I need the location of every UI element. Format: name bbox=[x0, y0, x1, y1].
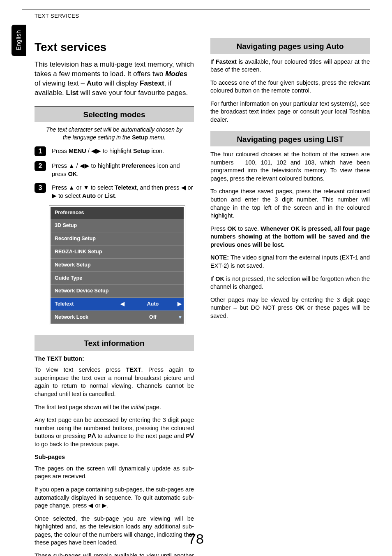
section-nav-auto: Navigating pages using Auto bbox=[210, 38, 370, 54]
t: or bbox=[93, 502, 102, 509]
t: / bbox=[86, 148, 91, 154]
right-icon: ▶ bbox=[52, 192, 57, 199]
section-nav-list: Navigating pages using LIST bbox=[210, 131, 370, 147]
initial-word: initial bbox=[131, 404, 145, 410]
preferences-menu-screenshot: Preferences 3D Setup Recording Setup REG… bbox=[49, 206, 185, 325]
ok-key: OK bbox=[215, 276, 224, 282]
menu-row-label: 3D Setup bbox=[55, 222, 180, 229]
nav-list-p4: NOTE: The video signal from the external… bbox=[210, 254, 370, 270]
t: If you open a page containing sub-pages,… bbox=[35, 486, 194, 509]
section-selecting-modes: Selecting modes bbox=[35, 106, 194, 122]
menu-row-label: Teletext bbox=[55, 301, 126, 308]
t: / bbox=[74, 162, 79, 169]
text-key: TEXT bbox=[126, 366, 141, 373]
ok-key: OK bbox=[295, 304, 304, 311]
ok-key: OK bbox=[227, 225, 236, 232]
selecting-modes-note: The text character set will be automatic… bbox=[44, 126, 184, 141]
menu-row: Recording Setup bbox=[51, 232, 184, 245]
t: The first text page shown will be the bbox=[35, 404, 131, 410]
header-rule bbox=[22, 9, 370, 9]
menu-row: Guide Type bbox=[51, 271, 184, 285]
section-text-information: Text information bbox=[35, 335, 194, 351]
step-3: 3 Press ▲ or ▼ to select Teletext, and t… bbox=[49, 184, 194, 200]
menu-row: 3D Setup bbox=[51, 219, 184, 232]
t: If bbox=[210, 276, 215, 282]
menu-row-label: REGZA-LINK Setup bbox=[55, 248, 180, 255]
right-column: Navigating pages using Auto If Fastext i… bbox=[210, 38, 370, 556]
page-number: 78 bbox=[0, 530, 392, 549]
menu-row: Network Device Setup bbox=[51, 284, 184, 297]
list-label: List bbox=[104, 192, 115, 199]
note-text: menu. bbox=[148, 134, 166, 141]
nav-list-p2: To change these saved pages, press the r… bbox=[210, 188, 370, 220]
menu-key: MENU bbox=[69, 148, 86, 154]
p-key: P bbox=[186, 433, 190, 439]
t: To view text services press bbox=[35, 366, 126, 373]
left-icon: ◀ bbox=[91, 148, 96, 154]
t: to advance to the next page and bbox=[96, 433, 186, 439]
language-tab: English bbox=[12, 25, 26, 56]
page-down-icon: ᐯ bbox=[190, 433, 194, 439]
up-icon: ▲ bbox=[69, 162, 74, 169]
step-3-text: Press ▲ or ▼ to select Teletext, and the… bbox=[52, 184, 194, 200]
t: . bbox=[77, 171, 78, 177]
subpages-p4: These sub-pages will remain available to… bbox=[35, 552, 194, 556]
intro-text: will save your four favourite pages. bbox=[78, 89, 188, 97]
menu-row-label: Guide Type bbox=[55, 275, 180, 282]
t: The video signal from the external input… bbox=[210, 254, 370, 269]
left-column: Text services This television has a mult… bbox=[35, 38, 194, 556]
menu-value-text: Auto bbox=[147, 301, 159, 307]
t: or bbox=[74, 184, 83, 191]
nav-auto-p3: For further information on your particul… bbox=[210, 100, 370, 124]
t: page. bbox=[145, 404, 161, 410]
t: Press bbox=[52, 162, 69, 169]
intro-modes: Modes bbox=[165, 70, 187, 78]
t: to select bbox=[57, 192, 82, 199]
fastext-word: Fastext bbox=[216, 58, 237, 65]
auto-label: Auto bbox=[82, 192, 96, 199]
p-key: P bbox=[88, 433, 92, 439]
text-button-heading: The TEXT button: bbox=[35, 355, 194, 363]
step-2: 2 Press ▲ / ◀▶ to highlight Preferences … bbox=[49, 162, 194, 178]
nav-list-p5: If OK is not pressed, the selection will… bbox=[210, 275, 370, 291]
menu-row-value: ◀ Auto ▶ bbox=[126, 301, 180, 308]
intro-fastext: Fastext bbox=[140, 79, 164, 87]
menu-row-label: Network Device Setup bbox=[55, 287, 180, 294]
left-icon: ◀ bbox=[80, 162, 85, 169]
t: is not pressed, the selection will be fo… bbox=[210, 276, 370, 290]
page-up-icon: ᐱ bbox=[92, 433, 96, 439]
right-icon: ▶ bbox=[178, 301, 182, 308]
menu-row-label: Network Lock bbox=[55, 314, 126, 321]
menu-row-label: Recording Setup bbox=[55, 235, 180, 242]
intro-text: of viewing text – bbox=[35, 79, 87, 87]
menu-value-text: Off bbox=[149, 314, 157, 320]
teletext-label: Teletext bbox=[115, 184, 137, 191]
step-1-text: Press MENU / ◀▶ to highlight Setup icon. bbox=[52, 147, 194, 156]
ok-key: OK bbox=[68, 171, 77, 177]
t: If bbox=[210, 58, 216, 65]
t: icon. bbox=[150, 148, 164, 154]
menu-row-label: Network Setup bbox=[55, 262, 180, 269]
step-number-badge: 1 bbox=[35, 146, 46, 156]
page-title: Text services bbox=[35, 39, 194, 55]
left-icon: ◀ bbox=[181, 184, 186, 191]
t: , and then press bbox=[137, 184, 181, 191]
nav-list-p6: Other pages may be viewed by entering th… bbox=[210, 296, 370, 320]
text-info-p2: The first text page shown will be the in… bbox=[35, 403, 194, 412]
t: . bbox=[115, 192, 117, 199]
t: Press bbox=[52, 148, 69, 154]
right-icon: ▶ bbox=[96, 148, 101, 154]
left-icon: ◀ bbox=[88, 502, 93, 509]
intro-text: will display bbox=[102, 79, 140, 87]
t: or bbox=[186, 184, 193, 191]
t: to highlight bbox=[90, 162, 122, 169]
step-number-badge: 2 bbox=[35, 161, 46, 171]
t: to save. bbox=[236, 225, 261, 232]
menu-row-selected: Teletext ◀ Auto ▶ bbox=[51, 297, 184, 310]
step-number-badge: 3 bbox=[35, 183, 46, 193]
step-2-text: Press ▲ / ◀▶ to highlight Preferences ic… bbox=[52, 162, 194, 178]
menu-row-value: Off ▾ bbox=[126, 314, 180, 321]
intro-paragraph: This television has a multi-page text me… bbox=[35, 60, 194, 98]
t: to go back to the previous page. bbox=[35, 441, 119, 447]
right-icon: ▶ bbox=[85, 162, 90, 169]
